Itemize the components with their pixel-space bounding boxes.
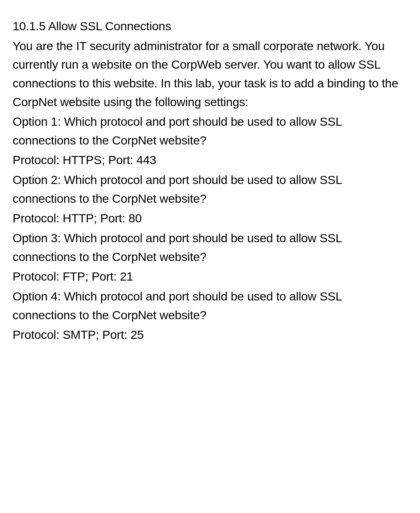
option-4-question: Option 4: Which protocol and port should… — [13, 287, 407, 324]
intro-paragraph: You are the IT security administrator fo… — [13, 37, 407, 111]
option-1-question: Option 1: Which protocol and port should… — [13, 112, 407, 150]
option-3-answer: Protocol: FTP; Port: 21 — [13, 267, 407, 286]
option-1-answer: Protocol: HTTPS; Port: 443 — [13, 151, 407, 169]
option-2-answer: Protocol: HTTP; Port: 80 — [13, 209, 407, 228]
option-4-answer: Protocol: SMTP; Port: 25 — [13, 325, 407, 344]
option-2-question: Option 2: Which protocol and port should… — [13, 171, 407, 208]
document-heading: 10.1.5 Allow SSL Connections — [13, 17, 407, 36]
option-3-question: Option 3: Which protocol and port should… — [13, 229, 407, 266]
